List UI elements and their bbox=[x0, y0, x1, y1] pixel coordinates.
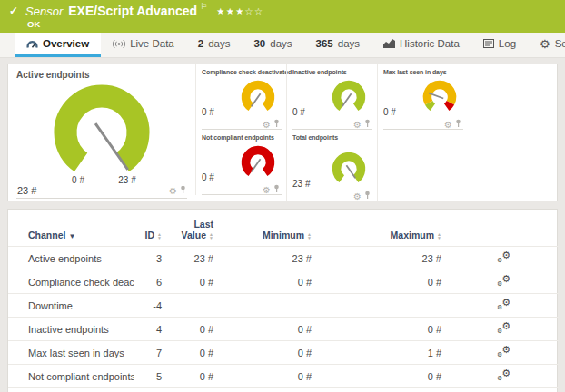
panel-value: 0 # bbox=[292, 107, 305, 118]
channel-name: Downtime bbox=[8, 294, 134, 318]
tab-label: Overview bbox=[43, 38, 89, 49]
small-gauge-grid: Compliance check deactivated0 #⚙Inactive… bbox=[195, 64, 557, 201]
sensor-kind-label: Sensor bbox=[25, 5, 63, 18]
column-header-max[interactable]: Maximum▲▼ bbox=[317, 210, 449, 247]
channel-actions: ⚙⚙ bbox=[449, 365, 559, 388]
channel-settings-icon[interactable]: ⚙⚙ bbox=[497, 348, 510, 359]
tab-2-days[interactable]: 2days bbox=[186, 33, 243, 57]
channel-max: 23 # bbox=[317, 388, 449, 392]
panel-value: 23 # bbox=[17, 185, 36, 196]
channel-settings-icon[interactable]: ⚙⚙ bbox=[497, 372, 510, 383]
channel-settings-icon[interactable]: ⚙⚙ bbox=[497, 278, 510, 289]
channel-settings-icon[interactable]: ⚙⚙ bbox=[497, 254, 510, 265]
column-header-channel[interactable]: Channel▼ bbox=[8, 210, 134, 247]
channel-max: 0 # bbox=[317, 270, 449, 294]
panel-value: 0 # bbox=[383, 107, 396, 118]
svg-text:0 #: 0 # bbox=[72, 175, 84, 185]
column-header-last[interactable]: Last Value▲▼ bbox=[164, 210, 219, 247]
panel-value: 23 # bbox=[292, 179, 310, 190]
table-row: Compliance check deacti...60 #0 #0 #⚙⚙ bbox=[8, 270, 559, 294]
channel-name: Not compliant endpoints bbox=[8, 365, 134, 388]
tab-number: 365 bbox=[316, 38, 333, 49]
column-label: Channel bbox=[28, 230, 65, 240]
tab-label: Live Data bbox=[130, 38, 174, 49]
panel-title: Active endpoints bbox=[16, 70, 187, 80]
active-endpoints-gauge: 0 #23 # bbox=[16, 82, 187, 185]
channel-name: Active endpoints bbox=[8, 247, 134, 270]
tab-settings[interactable]: ⚙Settings bbox=[528, 33, 565, 57]
channel-actions: ⚙⚙ bbox=[449, 318, 559, 341]
settings-icon: ⚙ bbox=[540, 38, 550, 50]
gauge-panel-not-compliant-endpoints: Not compliant endpoints0 #⚙ bbox=[195, 130, 286, 195]
gear-icon[interactable]: ⚙ bbox=[169, 185, 177, 196]
tab-log[interactable]: Log bbox=[471, 33, 528, 57]
table-row: Max last seen in days70 #0 #1 #⚙⚙ bbox=[8, 341, 559, 365]
svg-text:23 #: 23 # bbox=[118, 175, 136, 185]
channel-last: 23 # bbox=[164, 247, 219, 270]
channel-last: 0 # bbox=[164, 341, 219, 365]
channels-table: Channel▼ID▲▼Last Value▲▼Minimum▲▼Maximum… bbox=[8, 210, 559, 392]
tab-label: days bbox=[208, 38, 230, 49]
table-row: Total endpoints223 #23 #23 #⚙⚙ bbox=[8, 388, 559, 392]
channel-min bbox=[219, 294, 317, 318]
tab-30-days[interactable]: 30days bbox=[242, 33, 303, 57]
tab-365-days[interactable]: 365days bbox=[304, 33, 372, 57]
channel-max: 1 # bbox=[317, 341, 449, 365]
channel-id: 5 bbox=[134, 365, 164, 388]
channel-id: 3 bbox=[134, 247, 164, 270]
channel-actions: ⚙⚙ bbox=[449, 294, 559, 318]
star-rating[interactable]: ★★★☆☆ bbox=[216, 6, 263, 16]
tab-label: days bbox=[338, 38, 360, 49]
channel-max: 0 # bbox=[317, 365, 449, 388]
channel-name: Inactive endpoints bbox=[8, 318, 134, 341]
table-row: Downtime-4⚙⚙ bbox=[8, 294, 559, 318]
column-header-actions bbox=[449, 210, 559, 247]
channel-id: 6 bbox=[134, 270, 164, 294]
channel-settings-icon[interactable]: ⚙⚙ bbox=[497, 325, 510, 336]
column-label: ID bbox=[145, 230, 155, 240]
channel-id: 4 bbox=[134, 318, 164, 341]
tab-label: days bbox=[270, 38, 292, 49]
tab-label: Log bbox=[499, 38, 516, 49]
not-compliant-endpoints-gauge bbox=[238, 145, 278, 183]
table-row: Inactive endpoints40 #0 #0 #⚙⚙ bbox=[8, 318, 559, 341]
channel-last bbox=[164, 294, 219, 318]
log-icon bbox=[483, 39, 494, 48]
gauge-panel-compliance-check-deactivated: Compliance check deactivated0 #⚙ bbox=[195, 64, 286, 130]
sort-icon: ▲▼ bbox=[437, 232, 441, 240]
flag-icon[interactable]: ⚐ bbox=[200, 2, 207, 11]
page-title: EXE/Script Advanced bbox=[68, 4, 197, 18]
channel-min: 23 # bbox=[219, 247, 317, 270]
channel-actions: ⚙⚙ bbox=[449, 247, 559, 270]
channel-id: -4 bbox=[134, 294, 164, 318]
empty-panel-area bbox=[377, 130, 557, 201]
column-header-min[interactable]: Minimum▲▼ bbox=[219, 210, 317, 247]
panel-title: Max last seen in days bbox=[383, 69, 463, 75]
panel-title: Not compliant endpoints bbox=[202, 134, 282, 141]
channel-max: 0 # bbox=[317, 318, 449, 341]
channel-actions: ⚙⚙ bbox=[449, 270, 559, 294]
channel-settings-icon[interactable]: ⚙⚙ bbox=[497, 301, 510, 312]
table-row: Not compliant endpoints50 #0 #0 #⚙⚙ bbox=[8, 365, 559, 388]
tab-label: Historic Data bbox=[400, 38, 460, 49]
table-row: Active endpoints323 #23 #23 #⚙⚙ bbox=[8, 247, 559, 270]
tabbar: OverviewLive Data2days30days365daysHisto… bbox=[0, 33, 565, 58]
tab-overview[interactable]: Overview bbox=[15, 33, 101, 57]
check-icon: ✓ bbox=[9, 5, 18, 17]
channel-actions: ⚙⚙ bbox=[449, 388, 559, 392]
channel-id: 2 bbox=[134, 388, 164, 392]
sort-icon: ▲▼ bbox=[157, 232, 162, 240]
column-header-id[interactable]: ID▲▼ bbox=[134, 210, 164, 247]
tab-historic-data[interactable]: Historic Data bbox=[372, 33, 471, 57]
channel-min: 0 # bbox=[219, 341, 317, 365]
channels-table-card: Channel▼ID▲▼Last Value▲▼Minimum▲▼Maximum… bbox=[7, 209, 558, 392]
pin-icon[interactable] bbox=[180, 185, 186, 196]
channel-id: 7 bbox=[134, 341, 164, 365]
tab-live-data[interactable]: Live Data bbox=[101, 33, 186, 57]
channel-min: 0 # bbox=[219, 318, 317, 341]
content: Active endpoints 0 #23 # 23 # ⚙ Complian… bbox=[0, 58, 565, 392]
tab-number: 2 bbox=[198, 38, 203, 49]
panel-title: Compliance check deactivated bbox=[202, 69, 282, 75]
compliance-check-deactivated-gauge bbox=[238, 80, 278, 118]
gauge-panel-total-endpoints: Total endpoints23 #⚙ bbox=[286, 130, 377, 201]
